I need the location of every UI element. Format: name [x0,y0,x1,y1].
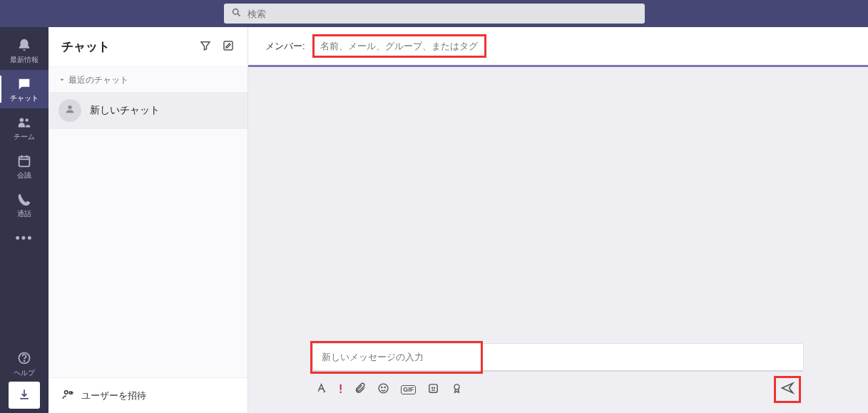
rail-label: ヘルプ [14,368,35,378]
svg-rect-17 [429,384,437,392]
phone-icon [16,192,32,210]
avatar [58,99,81,122]
sticker-icon[interactable] [427,382,439,397]
svg-point-0 [233,9,238,14]
rail-label: 通話 [17,210,31,218]
svg-point-19 [434,387,435,388]
svg-point-14 [379,384,388,393]
gif-icon[interactable]: GIF [401,385,416,394]
rail-label: 最新情報 [10,56,39,63]
bell-icon [16,38,32,56]
rail-calls[interactable]: 通話 [0,185,48,224]
chat-body [248,67,868,343]
emoji-icon[interactable] [377,382,389,397]
chat-name: 新しいチャット [90,104,160,117]
praise-icon[interactable] [451,382,463,397]
rail-label: チーム [14,133,35,141]
help-icon [17,351,31,368]
send-icon[interactable] [780,381,795,398]
highlight-send [774,376,801,403]
chat-row[interactable]: 新しいチャット [48,92,247,129]
invite-users[interactable]: ユーザーを招待 [48,377,247,413]
svg-rect-4 [19,157,30,167]
invite-icon [61,388,74,403]
section-recent[interactable]: 最近のチャット [48,67,247,92]
person-icon [64,103,76,118]
rail-activity[interactable]: 最新情報 [0,31,48,70]
invite-label: ユーザーを招待 [81,389,146,402]
svg-point-11 [68,106,71,109]
chat-main: メンバー: ! [248,27,868,413]
rail-label: 会議 [17,172,31,179]
format-icon[interactable] [315,382,327,397]
svg-point-3 [25,118,28,121]
app-rail: 最新情報 チャット チーム 会議 [0,27,48,413]
svg-point-18 [432,387,433,388]
svg-point-15 [382,387,382,387]
rail-help[interactable]: ヘルプ [0,347,48,382]
chatlist-panel: チャット 最近のチャット [48,27,248,413]
member-input[interactable] [320,41,479,51]
svg-point-16 [384,387,385,387]
compose-input[interactable] [312,343,804,372]
chat-icon [16,76,32,95]
compose-icon[interactable] [222,39,235,55]
filter-icon[interactable] [199,39,212,55]
svg-rect-10 [224,41,233,50]
composer-zone: ! GIF [248,343,868,413]
section-label-text: 最近のチャット [68,74,128,86]
svg-point-20 [454,384,459,389]
member-label: メンバー: [265,40,305,53]
chatlist-header: チャット [48,27,247,67]
rail-chat[interactable]: チャット [0,70,48,108]
teams-icon [16,115,32,133]
chatlist-title: チャット [61,39,110,55]
svg-line-1 [238,14,240,16]
rail-teams[interactable]: チーム [0,108,48,147]
highlight-member-input [312,34,486,58]
rail-more[interactable]: ••• [0,224,48,253]
svg-point-12 [65,391,68,394]
rail-label: チャット [10,95,39,102]
attach-icon[interactable] [354,382,366,397]
global-search[interactable] [224,4,645,24]
search-icon [231,7,247,21]
titlebar [0,0,868,27]
priority-icon[interactable]: ! [339,383,342,396]
rail-meetings[interactable]: 会議 [0,147,48,185]
calendar-icon [16,153,32,172]
chevron-down-icon [58,76,66,86]
svg-point-9 [24,361,25,362]
member-bar: メンバー: [248,27,868,67]
rail-download[interactable] [9,382,40,409]
more-icon: ••• [16,231,34,246]
svg-point-2 [20,118,24,123]
download-icon [17,387,31,403]
compose-toolbar: ! GIF [312,372,804,403]
search-input[interactable] [247,9,638,19]
